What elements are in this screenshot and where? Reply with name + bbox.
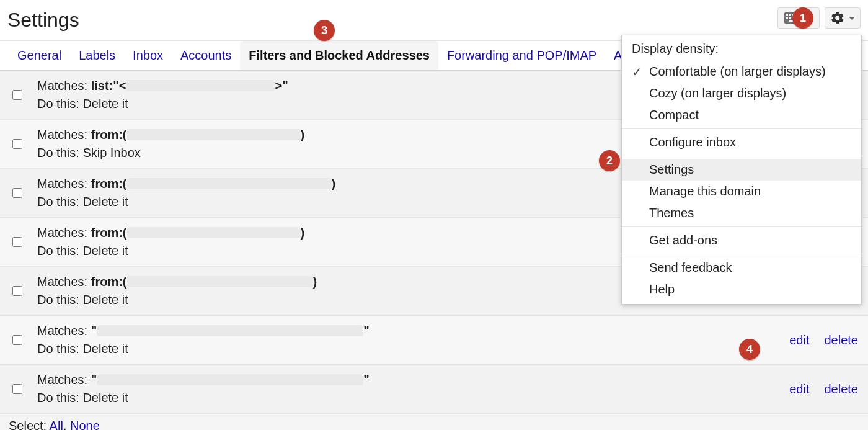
tab-accounts[interactable]: Accounts	[172, 41, 240, 70]
gear-icon	[830, 11, 845, 25]
filter-row-actions: editdelete	[789, 333, 858, 347]
menu-item-configure-inbox[interactable]: Configure inbox	[622, 132, 861, 153]
do-this-label: Do this:	[37, 146, 79, 159]
matches-label: Matches:	[37, 324, 87, 338]
matches-criteria-close: "	[363, 324, 369, 338]
redacted-value	[127, 276, 313, 287]
redacted-value	[126, 80, 275, 91]
select-all-link[interactable]: All	[50, 419, 63, 430]
filter-checkbox[interactable]	[12, 237, 22, 247]
chevron-down-icon	[849, 17, 855, 20]
do-this-label: Do this:	[37, 293, 79, 307]
matches-criteria-key: from:	[91, 177, 123, 190]
svg-rect-7	[789, 17, 791, 19]
filter-checkbox[interactable]	[12, 384, 22, 394]
matches-label: Matches:	[37, 373, 87, 387]
redacted-value	[127, 227, 301, 238]
menu-item-cozy[interactable]: Cozy (on larger displays)	[622, 83, 861, 104]
menu-item-settings[interactable]: Settings	[622, 159, 861, 181]
menu-item-comfortable[interactable]: Comfortable (on larger displays)	[622, 61, 861, 83]
do-this-value: Delete it	[82, 244, 128, 258]
matches-criteria-close: )	[332, 177, 336, 190]
filter-checkbox[interactable]	[12, 90, 22, 100]
matches-criteria-open: (	[123, 128, 127, 141]
tab-inbox[interactable]: Inbox	[124, 41, 172, 70]
menu-density-header: Display density:	[622, 35, 861, 61]
callout-badge-1: 1	[792, 7, 813, 29]
do-this-value: Skip Inbox	[82, 146, 140, 159]
settings-dropdown-menu: Display density: Comfortable (on larger …	[621, 35, 862, 305]
select-sep: ,	[63, 419, 70, 430]
matches-label: Matches:	[37, 79, 87, 92]
do-this-value: Delete it	[82, 391, 128, 405]
matches-criteria-close: )	[301, 128, 305, 141]
do-this-label: Do this:	[37, 244, 79, 258]
matches-criteria-key: list:	[91, 79, 113, 92]
do-this-label: Do this:	[37, 195, 79, 208]
menu-separator	[622, 156, 861, 156]
delete-filter-link[interactable]: delete	[825, 382, 859, 396]
matches-criteria-close: >"	[275, 79, 288, 92]
filter-checkbox[interactable]	[12, 139, 22, 149]
callout-badge-2: 2	[599, 150, 620, 171]
filter-row: Matches: ""Do this: Delete iteditdelete	[0, 365, 868, 414]
tab-filters[interactable]: Filters and Blocked Addresses	[240, 41, 438, 70]
filter-text: Matches: ""Do this: Delete it	[37, 371, 783, 407]
select-label: Select:	[9, 419, 50, 430]
select-bar: Select: All, None	[0, 414, 868, 430]
matches-criteria-close: "	[363, 373, 369, 387]
do-this-value: Delete it	[82, 195, 128, 208]
do-this-label: Do this:	[37, 342, 79, 356]
matches-label: Matches:	[37, 177, 87, 190]
matches-criteria-key: from:	[91, 226, 123, 240]
menu-separator	[622, 254, 861, 254]
matches-criteria-open: (	[123, 226, 127, 240]
filter-checkbox[interactable]	[12, 286, 22, 296]
do-this-value: Delete it	[82, 97, 128, 110]
tab-labels[interactable]: Labels	[70, 41, 124, 70]
matches-label: Matches:	[37, 128, 87, 141]
settings-gear-button[interactable]	[825, 7, 861, 29]
menu-item-manage-domain[interactable]: Manage this domain	[622, 181, 861, 202]
menu-item-compact[interactable]: Compact	[622, 104, 861, 126]
do-this-value: Delete it	[82, 342, 128, 356]
delete-filter-link[interactable]: delete	[825, 333, 859, 347]
matches-criteria-open: (	[123, 275, 127, 289]
matches-criteria-open: "<	[113, 79, 126, 92]
filter-row: Matches: ""Do this: Delete iteditdelete	[0, 316, 868, 365]
tab-forwarding[interactable]: Forwarding and POP/IMAP	[438, 41, 605, 70]
menu-item-help[interactable]: Help	[622, 279, 861, 304]
redacted-value	[127, 178, 332, 189]
svg-rect-2	[789, 14, 791, 16]
menu-separator	[622, 226, 861, 227]
select-none-link[interactable]: None	[70, 419, 100, 430]
matches-criteria-close: )	[313, 275, 317, 289]
matches-criteria-key: from:	[91, 128, 123, 141]
filter-text: Matches: ""Do this: Delete it	[37, 322, 783, 358]
do-this-label: Do this:	[37, 97, 79, 110]
redacted-value	[127, 129, 301, 140]
matches-criteria-key: from:	[91, 275, 123, 289]
redacted-value	[97, 374, 363, 385]
toolbar	[777, 7, 861, 29]
svg-rect-1	[786, 14, 788, 16]
do-this-value: Delete it	[82, 293, 128, 307]
filter-row-actions: editdelete	[789, 382, 858, 396]
menu-item-send-feedback[interactable]: Send feedback	[622, 257, 861, 279]
menu-item-get-addons[interactable]: Get add-ons	[622, 230, 861, 251]
matches-label: Matches:	[37, 226, 87, 240]
edit-filter-link[interactable]: edit	[789, 333, 809, 347]
edit-filter-link[interactable]: edit	[789, 382, 809, 396]
redacted-value	[97, 325, 363, 336]
filter-checkbox[interactable]	[12, 335, 22, 345]
filter-checkbox[interactable]	[12, 188, 22, 198]
callout-badge-3: 3	[314, 20, 335, 41]
tab-general[interactable]: General	[9, 41, 70, 70]
matches-criteria-open: "	[91, 373, 97, 387]
matches-criteria-open: "	[91, 324, 97, 338]
matches-criteria-open: (	[123, 177, 127, 190]
matches-criteria-close: )	[301, 226, 305, 240]
callout-badge-4: 4	[739, 339, 760, 360]
menu-item-themes[interactable]: Themes	[622, 202, 861, 224]
do-this-label: Do this:	[37, 391, 79, 405]
